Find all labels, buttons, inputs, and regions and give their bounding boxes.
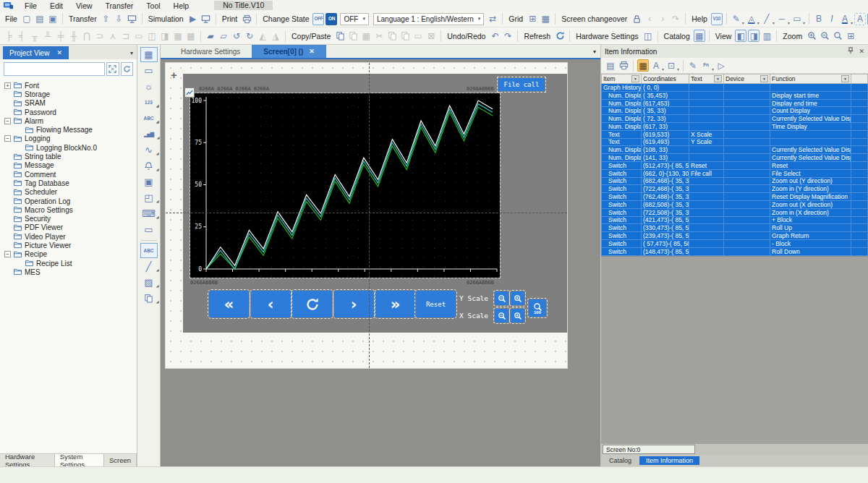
plus-block-button[interactable]: » <box>375 291 415 317</box>
file-call-button[interactable]: File call <box>498 78 545 91</box>
print-icon[interactable] <box>241 13 252 25</box>
tab-hardware-settings[interactable]: Hardware Settings <box>0 454 55 466</box>
undo-icon[interactable]: ↶ <box>489 30 501 42</box>
multi-copy-part-icon[interactable]: ◢ <box>140 291 158 306</box>
screen-lock-icon[interactable] <box>631 13 642 25</box>
match-height-icon[interactable]: ⊃ <box>94 30 106 42</box>
grid-display-icon[interactable]: ▦ <box>540 13 551 25</box>
next-screen-icon[interactable]: › <box>657 13 668 25</box>
roll-down-button[interactable]: ‹ <box>251 291 291 317</box>
tree-item-operation-log[interactable]: Operation Log <box>4 197 137 205</box>
column-header-coordinates[interactable]: Coordinates <box>642 74 689 84</box>
align-top-icon[interactable]: ╥ <box>29 30 41 42</box>
dropdown-caret-icon[interactable]: ▾ <box>788 20 790 25</box>
distribute-icon[interactable]: ⊐ <box>120 30 132 42</box>
close-icon[interactable]: ✕ <box>56 49 62 56</box>
paste-icon[interactable] <box>347 30 359 42</box>
item-list-icon[interactable]: ▦ <box>637 59 649 72</box>
zoom-area-icon[interactable]: ⊞ <box>845 30 856 42</box>
simulation-start-icon[interactable]: ▶ <box>187 13 199 25</box>
screen-page[interactable]: + 0266A 0266A 0266A 0266A 0266ABB0B 0266… <box>165 62 568 369</box>
table-row[interactable]: Text(619,533)X Scale <box>601 131 868 139</box>
graph-return-button[interactable] <box>292 291 332 317</box>
zoom-fit-icon[interactable] <box>832 30 843 42</box>
bring-front-icon[interactable]: ▰ <box>205 30 216 42</box>
tree-item-storage[interactable]: Storage <box>4 90 137 98</box>
screen-jump-icon[interactable]: ↷ <box>670 13 681 25</box>
zoom-in-y-button[interactable] <box>511 291 524 305</box>
tree-item-security[interactable]: Security <box>4 214 137 223</box>
tree-item-logging-blockno-0[interactable]: Logging BlockNo.0 <box>4 143 137 152</box>
save-file-icon[interactable]: ▣ <box>47 13 59 25</box>
close-icon[interactable]: ✕ <box>309 48 315 55</box>
view-left-pane-icon[interactable]: ◧ <box>735 30 746 42</box>
tree-item-message[interactable]: Message <box>4 161 137 170</box>
tree-item-string-table[interactable]: String table <box>4 152 137 161</box>
screen-call-part-icon[interactable]: ◰◢ <box>140 190 158 205</box>
tree-item-alarm[interactable]: −Alarm <box>4 116 137 125</box>
open-file-icon[interactable]: ▤ <box>34 13 46 25</box>
project-search-input[interactable] <box>4 62 105 76</box>
column-header-text[interactable]: Text▼ <box>689 74 724 84</box>
view-bottom-pane-icon[interactable]: ◨ <box>748 30 760 42</box>
font-color-icon[interactable]: A <box>839 13 851 25</box>
grid-settings-icon[interactable]: ⊞ <box>527 13 538 25</box>
delete-icon[interactable]: ⊠ <box>425 30 437 42</box>
zoom-out-y-button[interactable] <box>495 291 509 305</box>
line-style-icon[interactable]: ╱ <box>761 13 773 25</box>
grid-arrange-alt-icon[interactable]: ▩ <box>185 30 197 42</box>
tab-system-settings[interactable]: System Settings <box>55 453 104 466</box>
menu-edit[interactable]: Edit <box>43 1 69 10</box>
text-border-icon[interactable]: A <box>854 13 866 25</box>
menu-help[interactable]: Help <box>167 1 196 10</box>
close-icon[interactable]: ✕ <box>859 48 864 55</box>
tab-screen[interactable]: Screen <box>104 454 137 466</box>
tree-item-recipe-list[interactable]: Recipe List <box>4 259 137 268</box>
text-display-icon[interactable]: A <box>650 59 662 72</box>
table-row[interactable]: Switch(722,508)-( 35, 35)Zoom in (X dire… <box>601 209 868 217</box>
bold-icon[interactable]: B <box>813 13 825 25</box>
tree-item-macro-settings[interactable]: Macro Settings <box>4 205 137 214</box>
edit-canvas[interactable]: + 0266A 0266A 0266A 0266A 0266ABB0B 0266… <box>161 59 600 466</box>
grid-arrange-icon[interactable]: ▦ <box>172 30 184 42</box>
tab-screen-0[interactable]: Screen[0] () ✕ <box>252 45 326 58</box>
alarm-part-icon[interactable]: ◢ <box>140 158 158 174</box>
table-row[interactable]: Num. Display( 35,453)Display start time <box>601 92 868 100</box>
zoom-out-icon[interactable] <box>819 30 830 42</box>
minus-block-button[interactable]: « <box>209 291 249 317</box>
table-row[interactable]: Switch(148,473)-( 85, 50)Roll Down <box>601 248 868 256</box>
table-row[interactable]: Switch(682,468)-( 35, 35)Zoom out (Y dir… <box>601 178 868 186</box>
tree-item-recipe[interactable]: −Recipe <box>4 250 137 259</box>
graph-history-part[interactable]: 0255075100 <box>190 93 500 278</box>
zoom-in-icon[interactable] <box>806 30 817 42</box>
line-width-icon[interactable]: ─ <box>776 13 788 25</box>
roll-up-button[interactable]: › <box>334 291 374 317</box>
collapse-icon[interactable]: − <box>4 135 11 142</box>
flip-horizontal-icon[interactable]: ◭ <box>257 30 268 42</box>
transfer-read-icon[interactable]: ⇩ <box>114 13 125 25</box>
menu-view[interactable]: View <box>69 1 99 10</box>
table-row[interactable]: Num. Display(617, 33)Time Display <box>601 123 868 131</box>
function-filter-icon[interactable]: Fn <box>700 59 712 72</box>
filter-icon[interactable]: ▼ <box>631 75 639 82</box>
send-back-icon[interactable]: ▱ <box>218 30 229 42</box>
new-file-icon[interactable]: ▢ <box>21 13 33 25</box>
language-settings-icon[interactable]: ⇄ <box>487 13 498 25</box>
tree-item-pdf-viewer[interactable]: PDF Viewer <box>4 223 137 232</box>
flip-vertical-icon[interactable]: ◮ <box>270 30 281 42</box>
simulation-screen-icon[interactable] <box>200 13 212 25</box>
expand-icon[interactable]: + <box>4 82 11 89</box>
tree-item-sram[interactable]: SRAM <box>4 99 137 108</box>
menu-file[interactable]: File <box>18 1 43 10</box>
reset-magnification-button[interactable]: 100 <box>529 299 546 317</box>
match-size-icon[interactable]: ⋏ <box>107 30 119 42</box>
table-row[interactable]: Num. Display(141, 33)Currently Selected … <box>601 154 868 162</box>
trend-graph-part-icon[interactable]: ∿◢ <box>140 142 158 158</box>
table-row[interactable]: Switch( 57,473)-( 85, 50)- Block <box>601 240 868 248</box>
end-time-placeholder[interactable]: 0266ABB0B <box>467 280 494 286</box>
align-center-horizontal-icon[interactable]: ╫ <box>68 30 80 42</box>
collapse-icon[interactable]: − <box>4 251 11 257</box>
time-display-placeholder[interactable]: 0266ABB0B <box>467 86 494 92</box>
view-right-pane-icon[interactable]: ▥ <box>761 30 773 42</box>
copy-alt-icon[interactable] <box>386 30 398 42</box>
